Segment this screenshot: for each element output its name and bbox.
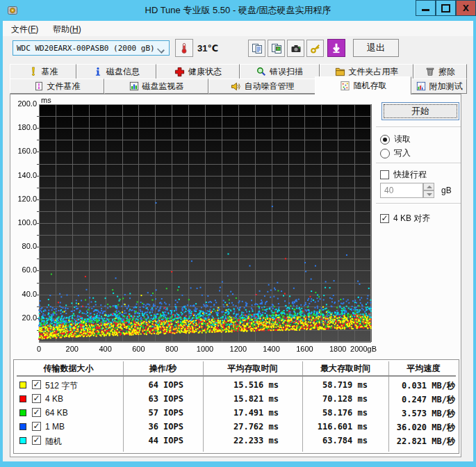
hdd-icon: [7, 5, 18, 16]
temperature-button[interactable]: [175, 39, 193, 57]
key-icon: [310, 43, 321, 54]
info-icon: [93, 67, 103, 76]
folder-icon: [335, 67, 345, 77]
minimize-icon: [422, 9, 429, 11]
row-checkbox[interactable]: ✓: [32, 408, 41, 417]
tab-disk-info[interactable]: 磁盘信息: [76, 64, 156, 79]
tab-extra-tests[interactable]: 附加测试: [411, 79, 467, 94]
access-time-scatter-chart: [12, 97, 377, 356]
tab-error-scan[interactable]: 错误扫描: [240, 64, 320, 79]
exclamation-icon: [28, 67, 38, 76]
checkbox-checked-icon: ✓: [380, 214, 389, 223]
align-4kb-checkbox[interactable]: ✓ 4 KB 对齐: [380, 213, 430, 224]
thermometer-icon: [179, 42, 190, 54]
separator: [376, 163, 461, 164]
capacity-input[interactable]: 40: [380, 183, 423, 198]
copy-image-button[interactable]: [268, 40, 285, 57]
screenshot-button[interactable]: [287, 40, 304, 57]
radio-selected-icon: [380, 135, 390, 145]
titlebar[interactable]: HD Tune 专业版 5.50 - 硬盘/固态硬盘实用程序 X: [0, 0, 476, 21]
drive-select[interactable]: WDC WD20EARX-00PASB0 (2000 gB): [13, 40, 170, 56]
download-arrow-icon: [330, 42, 343, 54]
table-row: ✓ 64 KB 57 IOPS 17.491 ms 58.176 ms 3.57…: [14, 407, 459, 420]
menubar: 文件(F) 帮助(H): [3, 21, 473, 36]
magnifier-icon: [256, 67, 266, 76]
capacity-unit-label: gB: [441, 186, 452, 195]
results-table: 传输数据大小 操作/秒 平均存取时间 最大存取时间 平均速度 ✓ 512 字节 …: [13, 359, 459, 454]
scatter-page-icon: [340, 81, 350, 91]
row-checkbox[interactable]: ✓: [32, 394, 41, 403]
tab-random-access[interactable]: 随机存取: [315, 76, 411, 95]
options-button[interactable]: [306, 40, 324, 57]
drive-select-value: WDC WD20EARX-00PASB0 (2000 gB): [17, 44, 155, 53]
menu-help[interactable]: 帮助(H): [50, 23, 84, 36]
spin-down-button[interactable]: [423, 190, 434, 198]
maximize-icon: [441, 4, 450, 13]
tab-aam[interactable]: 自动噪音管理: [208, 79, 316, 94]
series-color-swatch: [19, 382, 26, 388]
exit-button[interactable]: 退出: [353, 39, 399, 57]
chevron-down-icon: [157, 46, 165, 54]
table-row: ✓ 1 MB 36 IOPS 27.762 ms 116.601 ms 36.0…: [14, 420, 459, 434]
temperature-value: 31℃: [197, 43, 218, 54]
menu-file[interactable]: 文件(F): [8, 23, 41, 36]
random-access-page: 开始 读取 写入 快捷行程 40 gB ✓ 4 KB 对齐: [10, 94, 461, 457]
tab-disk-monitor[interactable]: 磁盘监视器: [104, 79, 208, 94]
tab-file-benchmark[interactable]: 文件基准: [10, 79, 104, 94]
separator: [376, 126, 461, 128]
header-transfer-size: 传输数据大小: [14, 363, 123, 375]
copy-text-icon: [252, 43, 263, 54]
table-row: ✓ 4 KB 63 IOPS 15.821 ms 70.128 ms 0.247…: [14, 393, 459, 407]
header-ops: 操作/秒: [123, 363, 203, 375]
spin-up-button[interactable]: [423, 183, 434, 190]
close-icon: X: [463, 3, 469, 13]
table-row: ✓ 随机 44 IOPS 22.233 ms 63.784 ms 22.821 …: [14, 434, 459, 448]
file-exclamation-icon: [34, 81, 44, 91]
header-avg-access: 平均存取时间: [203, 363, 302, 375]
table-row: ✓ 512 字节 64 IOPS 15.516 ms 58.719 ms 0.0…: [14, 379, 459, 393]
maximize-button[interactable]: [436, 0, 456, 16]
copy-text-button[interactable]: [248, 40, 265, 57]
series-color-swatch: [19, 423, 26, 430]
header-avg-speed: 平均速度: [388, 363, 459, 375]
series-color-swatch: [19, 409, 26, 416]
checkbox-unchecked-icon: [380, 170, 389, 179]
minimize-button[interactable]: [416, 0, 436, 16]
health-cross-icon: [174, 67, 185, 77]
window-title: HD Tune 专业版 5.50 - 硬盘/固态硬盘实用程序: [145, 4, 331, 17]
row-checkbox[interactable]: ✓: [32, 436, 41, 445]
short-stroke-checkbox[interactable]: 快捷行程: [380, 169, 427, 181]
hdtune-window: HD Tune 专业版 5.50 - 硬盘/固态硬盘实用程序 X 文件(F) 帮…: [0, 0, 476, 467]
tab-benchmark[interactable]: 基准: [10, 64, 76, 79]
update-button[interactable]: [327, 39, 345, 57]
copy-image-icon: [271, 43, 282, 54]
row-checkbox[interactable]: ✓: [32, 422, 41, 431]
series-color-swatch: [19, 437, 26, 444]
start-button[interactable]: 开始: [381, 102, 459, 120]
bar-chart-icon: [129, 81, 139, 91]
header-max-access: 最大存取时间: [302, 363, 388, 375]
grid-chart-icon: [416, 81, 426, 91]
series-color-swatch: [19, 395, 26, 402]
tab-erase[interactable]: 擦除: [413, 64, 467, 79]
speaker-icon: [231, 81, 241, 92]
row-checkbox[interactable]: ✓: [32, 380, 41, 389]
trash-icon: [425, 67, 435, 76]
close-button[interactable]: X: [456, 0, 476, 16]
read-radio[interactable]: 读取: [380, 133, 411, 145]
separator: [376, 203, 461, 204]
tab-health[interactable]: 健康状态: [156, 64, 240, 79]
camera-icon: [290, 43, 302, 54]
radio-unselected-icon: [380, 149, 390, 158]
write-radio[interactable]: 写入: [380, 147, 411, 159]
